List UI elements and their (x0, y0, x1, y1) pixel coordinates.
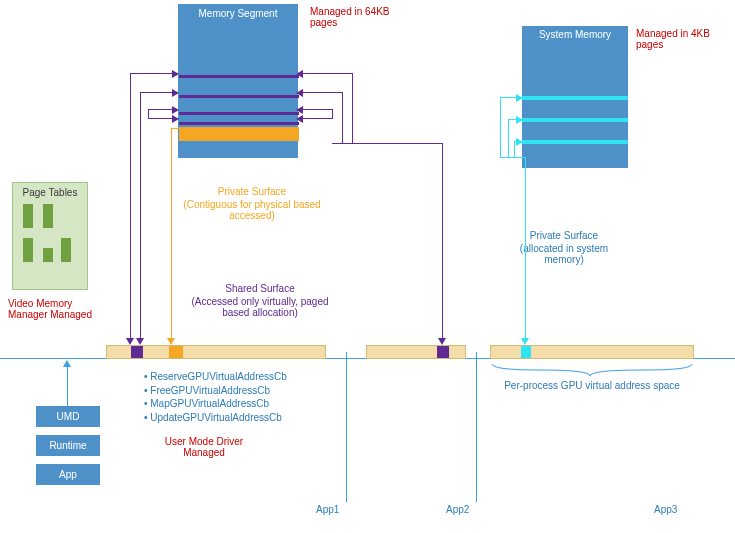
mem-band-purple-2 (179, 95, 299, 98)
conn-cyan-arrow (516, 138, 523, 146)
conn-purple (332, 143, 442, 144)
mem-band-purple-3 (179, 112, 299, 115)
conn-cyan (525, 157, 526, 339)
mem-band-purple-1 (179, 75, 299, 78)
conn-purple-arrow (296, 106, 303, 114)
app1-label: App1 (316, 504, 339, 515)
api-item: UpdateGPUVirtualAddressCb (144, 411, 324, 425)
pt-cell (23, 238, 33, 262)
conn-cyan (500, 97, 501, 157)
shared-surf-sub: (Accessed only virtually, paged based al… (183, 296, 337, 318)
stack-app: App (36, 464, 100, 485)
conn-purple (332, 109, 333, 119)
conn-purple-arrow (172, 70, 179, 78)
system-memory-box: System Memory (522, 26, 628, 168)
api-item: FreeGPUVirtualAddressCb (144, 384, 324, 398)
app2-address-space (366, 345, 466, 359)
priv-surf-sys-sub: (allocated in system memory) (504, 243, 624, 265)
conn-purple (298, 92, 342, 93)
conn-purple (298, 73, 352, 74)
pt-cell (23, 204, 33, 228)
page-tables-grid (17, 204, 83, 270)
sys-band-1 (522, 96, 628, 100)
conn-cyan (508, 119, 509, 157)
memory-segment-box: Memory Segment (178, 4, 298, 158)
conn-cyan-arrow (521, 338, 529, 345)
memory-segment-title: Memory Segment (179, 5, 297, 19)
priv-surf-mem-title: Private Surface (192, 186, 312, 197)
brace-icon (490, 362, 694, 378)
system-memory-title: System Memory (522, 26, 628, 40)
conn-cyan-arrow (516, 116, 523, 124)
conn-purple (342, 92, 343, 143)
conn-purple-arrow (172, 89, 179, 97)
conn-purple (442, 143, 443, 339)
conn-purple (352, 73, 353, 143)
stack-runtime: Runtime (36, 435, 100, 456)
sys-managed-label: Managed in 4KB pages (636, 28, 735, 50)
conn-purple (298, 109, 332, 110)
app1-private-alloc (169, 346, 183, 358)
app2-label: App2 (446, 504, 469, 515)
conn-cyan (500, 157, 525, 158)
pt-cell (61, 238, 71, 262)
conn-cyan (514, 141, 515, 157)
per-process-label: Per-process GPU virtual address space (492, 380, 692, 391)
driver-stack: UMD Runtime App (36, 406, 100, 493)
api-list: ReserveGPUVirtualAddressCb FreeGPUVirtua… (144, 370, 324, 424)
conn-purple (140, 92, 141, 339)
api-item: MapGPUVirtualAddressCb (144, 397, 324, 411)
page-tables-manager-label: Video Memory Manager Managed (8, 298, 98, 320)
conn-purple (298, 118, 332, 119)
conn-purple-arrow (296, 70, 303, 78)
app2-shared-alloc (437, 346, 449, 358)
conn-orange (171, 128, 179, 129)
conn-purple-arrow (126, 338, 134, 345)
priv-surf-mem-sub: (Contiguous for physical based accessed) (182, 199, 322, 221)
app1-shared-alloc (131, 346, 143, 358)
divider-app1 (346, 352, 347, 502)
pt-cell (43, 204, 53, 228)
conn-purple-arrow (136, 338, 144, 345)
conn-orange-arrow (167, 338, 175, 345)
app1-address-space (106, 345, 326, 359)
conn-purple-arrow (172, 106, 179, 114)
conn-cyan-arrow (516, 94, 523, 102)
app3-address-space (490, 345, 694, 359)
page-tables-box: Page Tables (12, 182, 88, 290)
page-tables-title: Page Tables (17, 187, 83, 198)
conn-orange (171, 128, 172, 339)
conn-purple-arrow (438, 338, 446, 345)
api-managed-label: User Mode Driver Managed (144, 436, 264, 458)
app3-sys-alloc (521, 346, 531, 358)
conn-purple (130, 73, 178, 74)
pt-cell (43, 248, 53, 262)
shared-surf-title: Shared Surface (195, 283, 325, 294)
sys-band-2 (522, 118, 628, 122)
stack-umd: UMD (36, 406, 100, 427)
app3-label: App3 (654, 504, 677, 515)
conn-purple-arrow (296, 89, 303, 97)
conn-purple-arrow (172, 115, 179, 123)
sys-band-3 (522, 140, 628, 144)
mem-band-purple-4 (179, 122, 299, 125)
mem-managed-label: Managed in 64KB pages (310, 6, 410, 28)
priv-surf-sys-title: Private Surface (504, 230, 624, 241)
divider-app2 (476, 352, 477, 502)
umd-arrow-line (67, 366, 68, 406)
mem-band-orange (179, 127, 299, 141)
conn-purple (130, 73, 131, 339)
umd-arrow-head (63, 360, 71, 367)
api-item: ReserveGPUVirtualAddressCb (144, 370, 324, 384)
conn-purple-arrow (296, 115, 303, 123)
